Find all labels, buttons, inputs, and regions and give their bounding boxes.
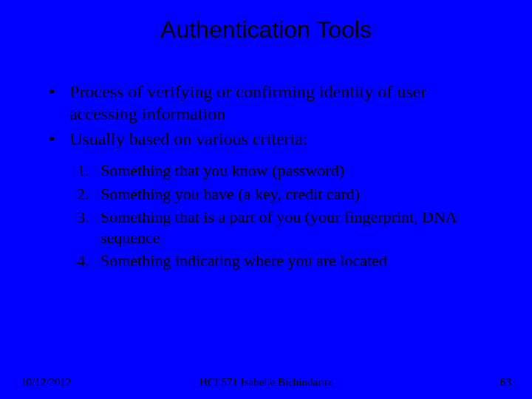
- slide-title: Authentication Tools: [0, 0, 532, 51]
- numbered-item: Something indicating where you are locat…: [77, 250, 495, 271]
- bullet-item: Usually based on various criteria:: [44, 128, 495, 150]
- slide-content: Process of verifying or confirming ident…: [0, 51, 532, 271]
- numbered-item: Something that you know (password): [77, 160, 495, 181]
- footer-date: 10/12/2012: [21, 376, 71, 389]
- bullet-item: Process of verifying or confirming ident…: [44, 81, 495, 125]
- footer-page-number: 63: [500, 376, 511, 389]
- numbered-list: Something that you know (password) Somet…: [44, 160, 495, 271]
- numbered-item: Something that is a part of you (your fi…: [77, 207, 495, 248]
- numbered-item: Something you have (a key, credit card): [77, 184, 495, 205]
- slide-footer: 10/12/2012 HCI 571 Isabelle Bichindaritz…: [0, 376, 532, 389]
- bullet-list: Process of verifying or confirming ident…: [44, 81, 495, 150]
- footer-center: HCI 571 Isabelle Bichindaritz: [200, 376, 332, 389]
